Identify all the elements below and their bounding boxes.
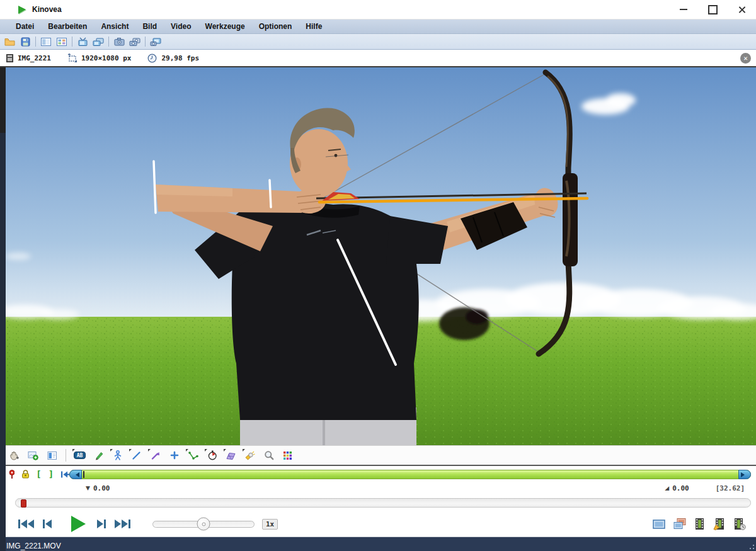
- open-video-icon[interactable]: [3, 35, 16, 48]
- chronometer-tool-icon[interactable]: [204, 448, 220, 463]
- video-resolution: 1920×1080 px: [81, 54, 131, 62]
- drawing-toolbar: AB: [0, 445, 756, 465]
- zone-end-marker-icon: ◢: [665, 485, 669, 491]
- previous-frame-button[interactable]: [42, 518, 52, 530]
- video-filename: IMG_2221: [18, 54, 51, 62]
- menu-video[interactable]: Video: [164, 20, 198, 33]
- frame-tracker[interactable]: [15, 498, 751, 508]
- menu-bild[interactable]: Bild: [135, 20, 164, 33]
- speed-slider[interactable]: [152, 521, 255, 528]
- clock-icon: [147, 54, 157, 63]
- thumbnail-explorer-icon[interactable]: [55, 35, 69, 48]
- posture-tool-icon[interactable]: [110, 448, 125, 463]
- file-toolbar: [0, 34, 756, 50]
- zone-end-handle[interactable]: [738, 470, 751, 479]
- kinovea-logo-icon: [18, 5, 27, 14]
- player-info-bar: IMG_2221 1920×1080 px 29,98 fps ✕: [0, 50, 756, 66]
- lock-icon[interactable]: [21, 470, 29, 479]
- export-toolbar: [651, 516, 747, 531]
- playhead-cursor[interactable]: [21, 499, 26, 508]
- one-capture-screen-icon[interactable]: [112, 35, 126, 48]
- video-canvas[interactable]: [0, 67, 756, 445]
- time-origin-icon[interactable]: [9, 470, 14, 479]
- frame-tracker-row: [0, 494, 756, 511]
- label-tool-icon[interactable]: AB: [72, 448, 88, 463]
- one-playback-screen-icon[interactable]: [76, 35, 89, 48]
- zone-start-time: 0.00: [93, 484, 110, 492]
- magnifier-tool-icon[interactable]: [261, 448, 277, 463]
- two-capture-screens-icon[interactable]: [128, 35, 142, 48]
- angle-tool-icon[interactable]: [185, 448, 201, 463]
- speed-label: 1x: [262, 519, 278, 530]
- timeline-panel: [ ] ▼ 0.00 ◢ 0.00 [32.62]: [0, 465, 756, 494]
- zone-end-time: 0.00: [672, 484, 689, 492]
- marker-tool-icon[interactable]: [166, 448, 182, 463]
- go-to-start-button[interactable]: [18, 518, 35, 530]
- play-button[interactable]: [70, 515, 86, 533]
- color-profile-icon[interactable]: [280, 448, 295, 463]
- menu-datei[interactable]: Datei: [9, 20, 41, 33]
- export-video-slideshow-icon[interactable]: [712, 516, 727, 531]
- zone-position-tick: [83, 471, 84, 478]
- capture-and-playback-screen-icon[interactable]: [149, 35, 163, 48]
- svg-text:AB: AB: [77, 453, 83, 458]
- zone-start-handle[interactable]: [69, 470, 82, 479]
- status-filename: IMG_2221.MOV: [6, 542, 61, 550]
- export-video-with-pauses-icon[interactable]: [732, 516, 747, 531]
- image-size-icon: [67, 54, 77, 62]
- video-frame-archer-scene: [6, 67, 756, 445]
- goto-zone-start-icon[interactable]: [60, 470, 69, 479]
- speed-slider-thumb[interactable]: [197, 518, 210, 531]
- next-frame-button[interactable]: [96, 518, 106, 530]
- menu-optionen[interactable]: Optionen: [252, 20, 299, 33]
- minimize-button[interactable]: [669, 0, 698, 19]
- maximize-button[interactable]: [698, 0, 727, 19]
- menu-werkzeuge[interactable]: Werkzeuge: [198, 20, 252, 33]
- menu-ansicht[interactable]: Ansicht: [94, 20, 135, 33]
- go-to-end-button[interactable]: [114, 518, 131, 530]
- zone-start-bracket-icon[interactable]: [: [36, 470, 41, 479]
- pencil-tool-icon[interactable]: [91, 448, 106, 463]
- title-bar: Kinovea: [0, 0, 756, 20]
- window-title: Kinovea: [32, 5, 62, 14]
- close-screen-icon[interactable]: ✕: [740, 53, 751, 64]
- kinovea-window: Kinovea Datei Bearbeiten Ansicht Bild Vi…: [0, 0, 756, 551]
- arrow-tool-icon[interactable]: [147, 448, 163, 463]
- zone-end-bracket-icon[interactable]: ]: [49, 470, 54, 479]
- file-icon: [6, 54, 13, 62]
- menu-hilfe[interactable]: Hilfe: [299, 20, 329, 33]
- show-comments-icon[interactable]: [44, 448, 60, 463]
- export-video-icon[interactable]: [692, 516, 707, 531]
- spotlight-tool-icon[interactable]: [242, 448, 258, 463]
- one-player-screen-icon[interactable]: [39, 35, 53, 48]
- perspective-grid-tool-icon[interactable]: [223, 448, 239, 463]
- playback-controls: 1x: [0, 511, 756, 537]
- status-bar: IMG_2221.MOV: [0, 537, 756, 551]
- close-button[interactable]: [727, 0, 756, 19]
- add-key-image-icon[interactable]: [25, 448, 41, 463]
- two-playback-screens-icon[interactable]: [91, 35, 105, 48]
- export-image-icon[interactable]: [651, 516, 667, 531]
- video-framerate: 29,98 fps: [161, 54, 199, 62]
- zone-start-marker-icon: ▼: [86, 485, 90, 491]
- working-zone-slider[interactable]: [69, 470, 751, 479]
- resize-grip-icon[interactable]: [745, 543, 754, 551]
- panel-left-edge: [0, 133, 6, 551]
- export-image-sequence-icon[interactable]: [672, 516, 687, 531]
- zone-duration: [32.62]: [716, 484, 745, 492]
- line-tool-icon[interactable]: [129, 448, 144, 463]
- menu-bar: Datei Bearbeiten Ansicht Bild Video Werk…: [0, 20, 756, 34]
- menu-bearbeiten[interactable]: Bearbeiten: [41, 20, 94, 33]
- save-icon[interactable]: [18, 35, 32, 48]
- hand-tool-icon[interactable]: [6, 448, 22, 463]
